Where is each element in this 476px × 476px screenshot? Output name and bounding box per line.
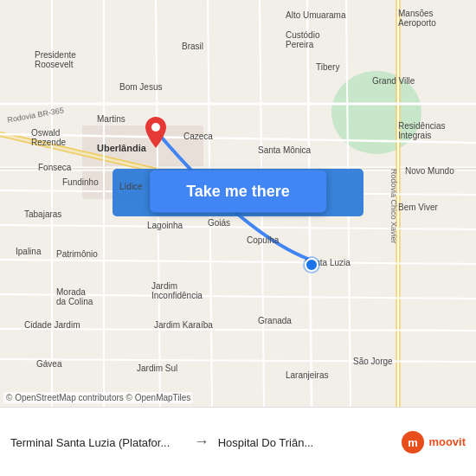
map-view: Alto Umuarama CustódioPereira MansõesAer… [0, 0, 476, 407]
moovit-logo-icon: m [401, 430, 425, 454]
svg-point-27 [151, 123, 160, 132]
svg-text:m: m [408, 436, 419, 449]
destination-label: Hospital Do Triân... [218, 436, 314, 449]
moovit-logo: m moovit [401, 430, 466, 454]
origin-info: Terminal Santa Luzia (Platafor... [10, 434, 185, 450]
current-location-dot [305, 258, 318, 272]
destination-info: Hospital Do Triân... [218, 434, 393, 450]
take-me-there-button[interactable]: Take me there [150, 170, 326, 212]
moovit-text: moovit [428, 435, 466, 448]
destination-pin [145, 117, 166, 151]
map-attribution: © OpenStreetMap contributors © OpenMapTi… [3, 392, 193, 403]
direction-arrow-icon: → [194, 433, 209, 451]
bottom-navigation-bar: Terminal Santa Luzia (Platafor... → Hosp… [0, 407, 476, 476]
origin-label: Terminal Santa Luzia (Platafor... [10, 436, 170, 449]
